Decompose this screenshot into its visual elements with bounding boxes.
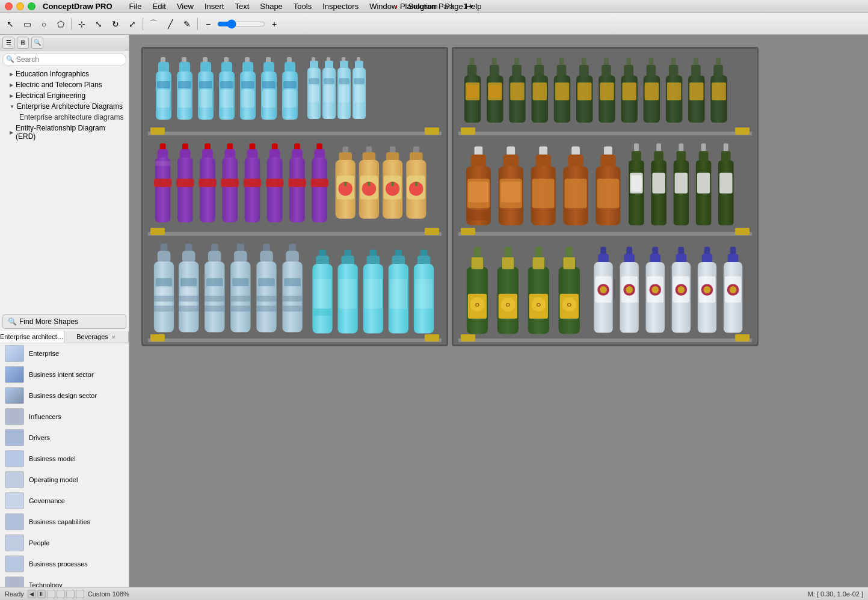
list-item[interactable]: Enterprise <box>0 343 129 364</box>
minimize-button[interactable] <box>16 2 24 10</box>
svg-rect-216 <box>689 82 704 100</box>
svg-text:O: O <box>537 301 541 308</box>
coordinates-display: M: [ 0.30, 1.0e-02 ] <box>808 590 863 598</box>
page-dot-4[interactable] <box>76 590 84 598</box>
svg-rect-49 <box>339 85 349 102</box>
maximize-button[interactable] <box>28 2 35 10</box>
nav-electric-telecom[interactable]: ▶ Electric and Telecom Plans <box>0 79 129 90</box>
shelf-label <box>461 127 475 135</box>
svg-rect-111 <box>415 182 417 186</box>
menu-view[interactable]: View <box>172 1 199 12</box>
list-item[interactable]: Business design sector <box>0 385 129 406</box>
shape-thumbnail <box>5 513 24 530</box>
sidebar: ☰ ⊞ 🔍 🔍 ▶ Education Infographics ▶ Elect… <box>0 35 129 587</box>
menu-tools[interactable]: Tools <box>289 1 316 12</box>
rectangle-tool[interactable]: ▭ <box>19 16 35 32</box>
pointer-tool[interactable]: ↖ <box>2 16 18 32</box>
shelf-label <box>461 334 475 341</box>
svg-rect-13 <box>199 81 212 88</box>
list-item[interactable]: Influencers <box>0 406 129 427</box>
list-item[interactable]: Technology <box>0 575 129 587</box>
rotate-tool[interactable]: ↻ <box>108 16 123 32</box>
menu-file[interactable]: File <box>125 1 147 12</box>
list-item[interactable]: Business intent sector <box>0 364 129 385</box>
line-tool[interactable]: ╱ <box>162 16 178 32</box>
svg-rect-181 <box>514 58 519 66</box>
find-more-shapes-btn[interactable]: 🔍 Find More Shapes <box>2 314 126 329</box>
sidebar-search-btn[interactable]: 🔍 <box>31 37 43 49</box>
canvas-area[interactable]: O <box>129 35 868 587</box>
svg-rect-213 <box>694 58 698 66</box>
svg-rect-65 <box>202 149 213 159</box>
list-item[interactable]: Governance <box>0 491 129 512</box>
sidebar-list-view[interactable]: ☰ <box>2 37 14 49</box>
main-layout: ☰ ⊞ 🔍 🔍 ▶ Education Infographics ▶ Elect… <box>0 35 868 587</box>
menu-insert[interactable]: Insert <box>200 1 229 12</box>
list-item[interactable]: Business capabilities <box>0 512 129 533</box>
nav-electrical-engineering[interactable]: ▶ Electrical Engineering <box>0 90 129 101</box>
tab-close-icon[interactable]: ✕ <box>111 334 116 340</box>
sidebar-grid-view[interactable]: ⊞ <box>17 37 29 49</box>
list-item[interactable]: People <box>0 533 129 554</box>
transform-tool[interactable]: ⤡ <box>91 16 106 32</box>
connector-tool[interactable]: ⌒ <box>146 16 161 32</box>
list-item[interactable]: Operating model <box>0 470 129 491</box>
svg-rect-160 <box>367 256 380 265</box>
menu-shape[interactable]: Shape <box>255 1 288 12</box>
tab-beverages[interactable]: Beverages ✕ <box>64 331 129 343</box>
nav-erd[interactable]: ▶ Entity-Relationship Diagram (ERD) <box>0 123 129 142</box>
svg-rect-206 <box>647 65 656 77</box>
menu-text[interactable]: Text <box>230 1 254 12</box>
list-item[interactable]: Business processes <box>0 554 129 575</box>
prev-page-btn[interactable]: ◀ <box>28 590 36 598</box>
pen-tool[interactable]: ✎ <box>179 16 195 32</box>
svg-rect-164 <box>392 256 405 265</box>
svg-rect-249 <box>656 143 661 152</box>
svg-rect-148 <box>282 296 302 302</box>
svg-rect-175 <box>467 85 479 98</box>
select-tool[interactable]: ⊹ <box>74 16 90 32</box>
canvas[interactable]: O <box>129 35 868 358</box>
svg-rect-196 <box>577 82 592 100</box>
svg-rect-185 <box>537 58 541 66</box>
nav-enterprise-arch[interactable]: ▼ Enterprise Architecture Diagrams <box>0 101 129 112</box>
shelf-row-whiskey <box>458 139 752 236</box>
page-controls: ◀ ⏸ <box>28 590 84 598</box>
champagne-vodka: O <box>461 243 749 336</box>
nav-enterprise-arch-diagrams[interactable]: Enterprise architecture diagrams <box>0 112 129 123</box>
resize-tool[interactable]: ⤢ <box>125 16 140 32</box>
nav-education-infographics[interactable]: ▶ Education Infographics <box>0 69 129 79</box>
planogram-diagram: O <box>141 47 856 346</box>
pause-btn[interactable]: ⏸ <box>37 590 46 598</box>
ellipse-tool[interactable]: ○ <box>36 16 52 32</box>
zoom-in-btn[interactable]: + <box>266 16 282 32</box>
tab-enterprise-arch[interactable]: Enterprise architecture... ✕ <box>0 331 64 343</box>
page-dot-3[interactable] <box>66 590 75 598</box>
svg-rect-306 <box>650 254 660 263</box>
svg-rect-201 <box>626 58 631 66</box>
svg-rect-21 <box>242 62 253 73</box>
shape-thumbnail <box>5 408 24 425</box>
shelf-unit-left <box>141 47 448 346</box>
svg-rect-265 <box>474 246 481 259</box>
zoom-out-btn[interactable]: − <box>200 16 216 32</box>
svg-rect-48 <box>339 78 349 84</box>
close-button[interactable] <box>5 2 13 10</box>
svg-rect-61 <box>180 149 191 159</box>
menu-inspectors[interactable]: Inspectors <box>318 1 363 12</box>
zoom-slider[interactable] <box>217 19 265 29</box>
shape-tool[interactable]: ⬠ <box>53 16 69 32</box>
svg-rect-264 <box>719 173 733 193</box>
page-dot-1[interactable] <box>47 590 55 598</box>
menu-edit[interactable]: Edit <box>148 1 171 12</box>
list-item[interactable]: Drivers <box>0 427 129 448</box>
svg-rect-256 <box>675 173 688 193</box>
canvas-scroll[interactable]: O <box>129 35 868 587</box>
svg-rect-253 <box>679 143 683 152</box>
page-dot-2[interactable] <box>57 590 65 598</box>
svg-rect-151 <box>316 256 329 265</box>
sidebar-toolbar: ☰ ⊞ 🔍 <box>0 35 129 51</box>
svg-rect-24 <box>241 90 254 108</box>
search-input[interactable] <box>2 53 126 66</box>
list-item[interactable]: Business model <box>0 448 129 470</box>
